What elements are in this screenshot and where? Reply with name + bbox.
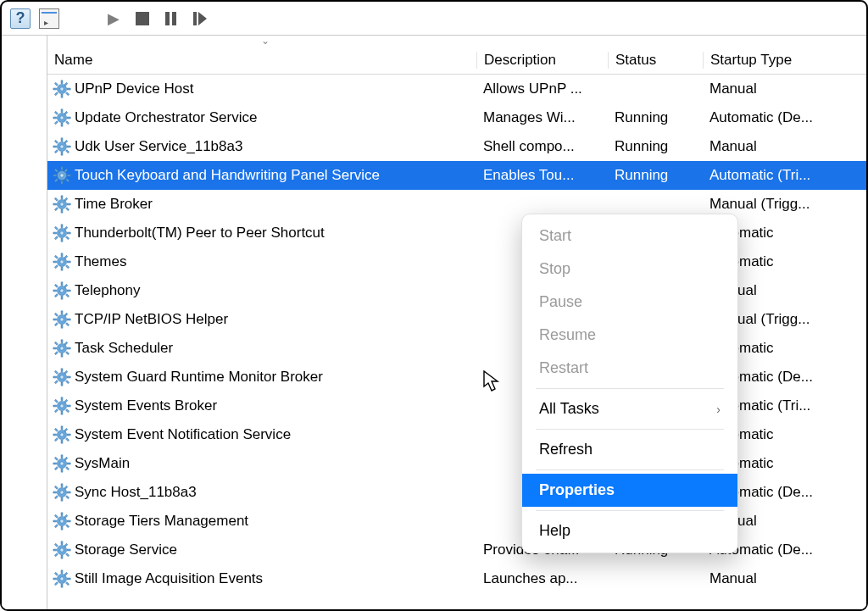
svg-rect-8 <box>64 82 68 86</box>
service-name-label: Thunderbolt(TM) Peer to Peer Shortcut <box>75 225 325 242</box>
service-gear-icon <box>53 253 71 271</box>
svg-rect-154 <box>53 520 57 522</box>
service-row[interactable]: Udk User Service_11b8a3Shell compo...Run… <box>47 132 866 161</box>
service-name-label: System Events Broker <box>75 397 217 414</box>
svg-rect-103 <box>61 382 63 386</box>
cell-name: Touch Keyboard and Handwriting Panel Ser… <box>47 166 476 185</box>
service-row[interactable]: UPnP Device HostAllows UPnP ...Manual <box>47 75 866 103</box>
svg-point-111 <box>60 404 64 408</box>
svg-rect-116 <box>54 399 58 403</box>
cell-name: System Events Broker <box>47 397 476 415</box>
service-row[interactable]: Sync Host_11b8a3Automatic (De... <box>47 478 866 507</box>
svg-point-161 <box>60 548 64 552</box>
service-row[interactable]: Touch Keyboard and Handwriting Panel Ser… <box>47 161 866 190</box>
svg-rect-158 <box>64 514 68 518</box>
cell-description: Shell compo... <box>476 138 608 155</box>
header-status[interactable]: Status <box>608 52 703 69</box>
cell-name: System Event Notification Service <box>47 425 476 444</box>
restart-service-button[interactable] <box>188 7 212 31</box>
svg-rect-63 <box>61 267 63 270</box>
svg-rect-175 <box>67 578 70 580</box>
svg-point-151 <box>60 519 64 523</box>
context-menu-item-refresh[interactable]: Refresh <box>522 433 737 466</box>
svg-rect-43 <box>61 209 63 213</box>
pause-service-button[interactable] <box>159 7 183 31</box>
svg-rect-153 <box>61 526 63 530</box>
context-menu-item-label: Start <box>539 227 571 245</box>
context-menu: StartStopPauseResumeRestartAll Tasks›Ref… <box>521 214 738 553</box>
service-name-label: Themes <box>75 253 126 270</box>
context-menu-item-properties[interactable]: Properties <box>522 474 737 507</box>
svg-rect-39 <box>54 179 58 182</box>
svg-rect-35 <box>67 175 70 176</box>
service-name-label: UPnP Device Host <box>75 81 193 97</box>
main-area: ⌄ Name Description Status Startup Type U… <box>2 36 866 609</box>
svg-rect-177 <box>66 582 70 586</box>
service-row[interactable]: Storage ServiceProvides ena...RunningAut… <box>47 536 866 564</box>
stop-icon <box>136 12 149 25</box>
cell-name: Still Image Acquisition Events <box>47 569 476 588</box>
action-pane-button[interactable] <box>37 7 61 31</box>
svg-rect-147 <box>66 496 70 499</box>
svg-rect-155 <box>67 520 70 522</box>
svg-rect-4 <box>53 88 57 90</box>
service-row[interactable]: Thunderbolt(TM) Peer to Peer ShortcutAut… <box>47 219 866 247</box>
service-row[interactable]: ThemesAutomatic <box>47 247 866 276</box>
header-name[interactable]: Name <box>47 52 476 69</box>
svg-rect-68 <box>64 255 68 258</box>
play-icon: ▶ <box>108 9 120 28</box>
cell-name: System Guard Runtime Monitor Broker <box>47 368 476 386</box>
service-row[interactable]: Still Image Acquisition EventsLaunches a… <box>47 564 866 593</box>
service-gear-icon <box>53 224 71 242</box>
cell-name: Thunderbolt(TM) Peer to Peer Shortcut <box>47 224 476 242</box>
service-row[interactable]: System Event Notification ServiceAutomat… <box>47 420 866 449</box>
header-startup-type[interactable]: Startup Type <box>703 52 866 69</box>
svg-rect-159 <box>54 525 58 528</box>
context-menu-item-help[interactable]: Help <box>522 514 737 547</box>
svg-rect-3 <box>61 94 63 97</box>
service-row[interactable]: System Guard Runtime Monitor BrokerAutom… <box>47 363 866 392</box>
context-menu-item-label: Properties <box>539 481 615 499</box>
svg-rect-65 <box>67 261 70 263</box>
svg-rect-17 <box>66 121 70 125</box>
service-row[interactable]: Time BrokerManual (Trigg... <box>47 190 866 219</box>
service-gear-icon <box>53 80 71 98</box>
svg-point-141 <box>60 491 64 494</box>
service-row[interactable]: System Events BrokerAutomatic (Tri... <box>47 392 866 420</box>
service-row[interactable]: SysMainAutomatic <box>47 449 866 478</box>
svg-rect-114 <box>53 405 57 407</box>
service-row[interactable]: TCP/IP NetBIOS HelperManual (Trigg... <box>47 305 866 334</box>
service-row[interactable]: Update Orchestrator ServiceManages Wi...… <box>47 103 866 132</box>
context-menu-item-start: Start <box>522 219 737 253</box>
service-name-label: System Guard Runtime Monitor Broker <box>75 369 323 386</box>
svg-rect-148 <box>64 486 68 489</box>
context-menu-separator <box>536 510 724 511</box>
context-menu-item-all-tasks[interactable]: All Tasks› <box>522 392 737 425</box>
svg-rect-178 <box>64 572 68 575</box>
svg-rect-122 <box>61 426 63 430</box>
svg-rect-38 <box>64 169 68 172</box>
svg-rect-164 <box>53 549 57 551</box>
cell-startup-type: Manual <box>703 570 866 587</box>
start-service-button[interactable]: ▶ <box>102 7 125 31</box>
service-row[interactable]: TelephonyManual <box>47 276 866 305</box>
svg-rect-26 <box>54 140 58 143</box>
svg-rect-54 <box>53 232 57 234</box>
svg-rect-24 <box>53 146 57 147</box>
svg-rect-163 <box>61 555 63 558</box>
service-gear-icon <box>53 339 71 358</box>
header-description[interactable]: Description <box>476 52 608 69</box>
stop-service-button[interactable] <box>131 7 154 31</box>
svg-point-1 <box>60 87 64 91</box>
svg-rect-14 <box>53 117 57 119</box>
svg-rect-85 <box>67 319 70 320</box>
cell-name: Themes <box>47 253 476 271</box>
svg-point-171 <box>60 577 64 580</box>
service-row[interactable]: Storage Tiers ManagementManual <box>47 507 866 536</box>
svg-rect-149 <box>54 496 58 499</box>
svg-rect-108 <box>64 370 68 374</box>
service-row[interactable]: Task SchedulerAutomatic <box>47 334 866 363</box>
cell-name: Udk User Service_11b8a3 <box>47 137 476 156</box>
svg-point-21 <box>60 145 64 148</box>
help-button[interactable]: ? <box>8 7 32 31</box>
